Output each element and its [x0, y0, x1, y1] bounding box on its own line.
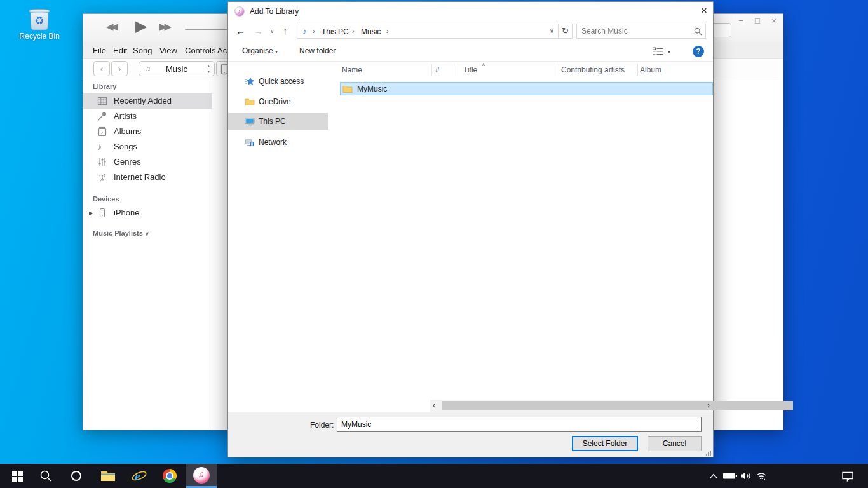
organise-menu[interactable]: Organise ▾	[242, 46, 278, 55]
view-dropdown-chevron[interactable]: ▾	[668, 49, 670, 55]
fast-forward-button[interactable]: ▶▶	[159, 21, 169, 32]
file-list: ∧ Name # Title Contributing artists Albu…	[329, 62, 713, 412]
new-folder-button[interactable]: New folder	[299, 46, 336, 55]
forward-button[interactable]: →	[254, 25, 263, 36]
sidebar-item-iphone[interactable]: ▶ iPhone	[83, 205, 212, 220]
sliders-icon	[97, 157, 107, 167]
back-button[interactable]: ←	[236, 25, 245, 36]
action-center-button[interactable]	[839, 464, 857, 488]
column-header-number[interactable]: #	[435, 65, 440, 74]
tree-item-network[interactable]: Network	[228, 134, 328, 151]
column-header-title[interactable]: Title	[463, 65, 477, 74]
itunes-back-button[interactable]: ‹	[93, 61, 110, 76]
dialog-toolbar: Organise ▾ New folder ▾ ?	[228, 41, 713, 62]
column-header-contributing-artists[interactable]: Contributing artists	[561, 65, 625, 74]
dialog-titlebar: ♪ Add To Library ×	[228, 2, 713, 21]
chevron-up-icon	[709, 473, 718, 479]
battery-icon	[722, 471, 738, 480]
dialog-footer: Folder: Select Folder Cancel	[228, 412, 713, 458]
folder-icon	[245, 97, 255, 107]
tree-item-onedrive[interactable]: OneDrive	[228, 93, 328, 110]
crumb-separator[interactable]: ›	[386, 27, 389, 35]
chevron-updown-icon: ▴▾	[207, 63, 210, 74]
select-folder-button[interactable]: Select Folder	[572, 436, 638, 451]
menu-song[interactable]: Song	[133, 46, 152, 55]
dialog-nav-band: ← → ∨ ↑ ♪ › This PC › Music › ∨ ↻	[228, 21, 713, 41]
itunes-minimize-button[interactable]: −	[735, 16, 747, 25]
play-button[interactable]: ▶	[135, 17, 147, 35]
search-input[interactable]	[581, 25, 691, 37]
media-picker-value: Music	[139, 64, 214, 74]
file-explorer-button[interactable]	[93, 464, 123, 488]
column-header-name[interactable]: Name	[342, 65, 362, 74]
start-button[interactable]	[2, 464, 32, 488]
sidebar-item-recently-added[interactable]: Recently Added	[83, 93, 212, 109]
file-explorer-icon	[100, 468, 116, 484]
scrollbar-thumb[interactable]	[442, 401, 793, 410]
crumb-separator[interactable]: ›	[352, 27, 355, 35]
itunes-forward-button[interactable]: ›	[111, 61, 128, 76]
itunes-sidebar: Library Recently Added Artists	[83, 79, 212, 430]
sidebar-item-songs[interactable]: ♪ Songs	[83, 139, 212, 154]
sidebar-item-internet-radio[interactable]: Internet Radio	[83, 170, 212, 185]
media-picker[interactable]: ♫ Music ▴▾	[139, 61, 215, 76]
chrome-button[interactable]	[154, 464, 185, 488]
scroll-right-arrow[interactable]: ›	[707, 401, 710, 410]
menu-controls[interactable]: Controls	[185, 46, 215, 55]
folder-label: Folder:	[310, 421, 334, 430]
breadcrumb-this-pc[interactable]: This PC	[322, 27, 349, 36]
recycle-bin[interactable]: ♻ Recycle Bin	[14, 6, 65, 52]
sidebar-item-genres[interactable]: Genres	[83, 154, 212, 170]
up-button[interactable]: ↑	[283, 25, 288, 36]
network-indicator[interactable]	[754, 464, 769, 488]
horizontal-scrollbar[interactable]: ‹ ›	[430, 400, 712, 412]
refresh-button[interactable]: ↻	[559, 24, 573, 39]
resize-grip[interactable]	[705, 450, 711, 456]
sidebar-item-artists[interactable]: Artists	[83, 109, 212, 124]
crumb-separator[interactable]: ›	[313, 27, 315, 35]
iphone-icon	[97, 208, 107, 218]
show-hidden-icons-button[interactable]	[707, 464, 721, 488]
sort-ascending-icon: ∧	[482, 62, 485, 67]
chevron-down-icon: ∨	[145, 231, 149, 237]
help-icon[interactable]: ?	[693, 46, 704, 57]
music-playlists-header[interactable]: Music Playlists ∨	[93, 229, 149, 237]
itunes-maximize-button[interactable]: □	[752, 16, 763, 25]
internet-explorer-button[interactable]: e	[124, 464, 154, 488]
cortana-icon	[71, 471, 81, 481]
cortana-button[interactable]	[61, 464, 92, 488]
folder-input[interactable]	[341, 418, 697, 431]
rewind-button[interactable]: ◀◀	[106, 21, 116, 32]
menu-edit[interactable]: Edit	[113, 46, 127, 55]
column-header-album[interactable]: Album	[640, 65, 661, 74]
recent-locations-chevron[interactable]: ∨	[270, 28, 275, 34]
address-bar[interactable]: ♪ › This PC › Music › ∨	[297, 24, 559, 39]
tree-item-quick-access[interactable]: Quick access	[228, 73, 328, 90]
cancel-button[interactable]: Cancel	[648, 436, 702, 451]
recycle-bin-label: Recycle Bin	[14, 32, 65, 41]
search-icon	[694, 27, 702, 36]
address-dropdown-chevron[interactable]: ∨	[550, 27, 554, 34]
recycle-bin-icon: ♻	[29, 6, 50, 30]
scroll-left-arrow[interactable]: ‹	[433, 401, 435, 410]
sidebar-item-albums[interactable]: ♪ Albums	[83, 124, 212, 139]
battery-indicator[interactable]	[722, 464, 738, 488]
file-row-mymusic[interactable]: MyMusic	[340, 82, 713, 95]
dialog-close-button[interactable]: ×	[694, 2, 714, 21]
itunes-close-button[interactable]: ×	[768, 16, 780, 25]
windows-logo-icon	[12, 471, 23, 482]
taskbar-search-button[interactable]	[31, 464, 61, 488]
menu-file[interactable]: File	[93, 46, 106, 55]
network-icon	[245, 137, 255, 147]
menu-view[interactable]: View	[159, 46, 177, 55]
svg-text:♪: ♪	[100, 130, 103, 135]
chrome-icon	[163, 469, 177, 483]
itunes-taskbar-button[interactable]: ♫	[186, 464, 217, 488]
add-to-library-dialog: ♪ Add To Library × ← → ∨ ↑ ♪ › This PC ›…	[227, 1, 714, 458]
library-header: Library	[93, 83, 116, 90]
view-list-icon[interactable]	[653, 47, 663, 56]
disclosure-icon[interactable]: ▶	[89, 210, 93, 216]
breadcrumb-music[interactable]: Music	[361, 27, 381, 36]
volume-indicator[interactable]	[738, 464, 754, 488]
tree-item-this-pc[interactable]: This PC	[228, 113, 328, 130]
